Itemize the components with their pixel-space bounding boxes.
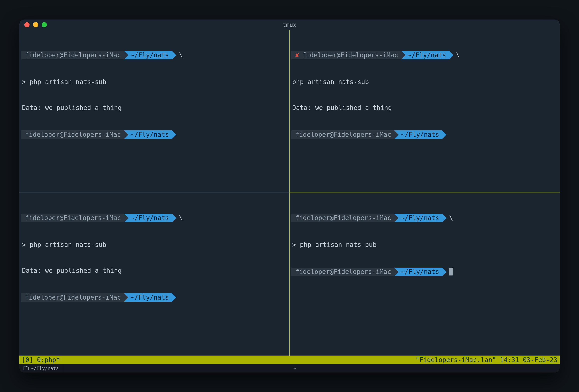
prompt: ✘ fideloper@Fidelopers-iMac ~/Fly/nats \	[291, 51, 558, 60]
titlebar[interactable]: tmux	[19, 19, 560, 30]
pane-top-right[interactable]: ✘ fideloper@Fidelopers-iMac ~/Fly/nats \…	[290, 30, 560, 193]
maximize-button[interactable]	[42, 22, 47, 27]
terminal-tab[interactable]: ~/Fly/nats	[19, 364, 63, 373]
prompt-path: ~/Fly/nats	[394, 131, 442, 139]
output-line: Data: we published a thing	[21, 266, 288, 275]
minimize-button[interactable]	[33, 22, 38, 27]
prompt-user-host: fideloper@Fidelopers-iMac	[291, 267, 394, 276]
window-title: tmux	[19, 21, 560, 28]
prompt: fideloper@Fidelopers-iMac ~/Fly/nats \	[21, 214, 288, 222]
pane-bottom-right[interactable]: fideloper@Fidelopers-iMac ~/Fly/nats \ >…	[290, 193, 560, 356]
prompt: fideloper@Fidelopers-iMac ~/Fly/nats	[21, 293, 288, 302]
cursor	[449, 268, 453, 275]
prompt-user-host: fideloper@Fidelopers-iMac	[21, 214, 124, 222]
terminal-window: tmux fideloper@Fidelopers-iMac ~/Fly/nat…	[19, 19, 560, 373]
prompt-user-host: fideloper@Fidelopers-iMac	[21, 293, 124, 302]
prompt: fideloper@Fidelopers-iMac ~/Fly/nats	[291, 267, 558, 276]
prompt-user-host: fideloper@Fidelopers-iMac	[291, 214, 394, 222]
command-line: php artisan nats-sub	[291, 78, 558, 86]
terminal-tab-2[interactable]: ⌁	[290, 364, 296, 373]
output-line: Data: we published a thing	[291, 104, 558, 112]
prompt-path: ~/Fly/nats	[124, 51, 172, 60]
pane-top-left[interactable]: fideloper@Fidelopers-iMac ~/Fly/nats \ >…	[19, 30, 290, 193]
prompt: fideloper@Fidelopers-iMac ~/Fly/nats	[291, 131, 558, 139]
status-right: "Fidelopers-iMac.lan" 14:31 03-Feb-23	[416, 356, 557, 364]
continuation: \	[449, 214, 453, 222]
prompt-user-host: fideloper@Fidelopers-iMac	[21, 131, 124, 139]
folder-icon	[24, 367, 29, 370]
prompt-user-host: fideloper@Fidelopers-iMac	[21, 51, 124, 60]
terminal-tab-strip: ~/Fly/nats ⌁	[19, 364, 560, 373]
prompt-user-host: fideloper@Fidelopers-iMac	[300, 51, 401, 60]
tab-glyph-icon: ⌁	[293, 366, 296, 371]
prompt-path: ~/Fly/nats	[394, 267, 442, 276]
prompt: fideloper@Fidelopers-iMac ~/Fly/nats \	[21, 51, 288, 60]
continuation: \	[179, 51, 183, 60]
prompt-path: ~/Fly/nats	[394, 214, 442, 222]
pane-divider-horizontal-right[interactable]	[290, 193, 560, 193]
continuation: \	[456, 51, 460, 60]
prompt-path: ~/Fly/nats	[124, 214, 172, 222]
prompt: fideloper@Fidelopers-iMac ~/Fly/nats \	[291, 214, 558, 222]
prompt: fideloper@Fidelopers-iMac ~/Fly/nats	[21, 131, 288, 139]
tmux-status-bar[interactable]: [0] 0:php* "Fidelopers-iMac.lan" 14:31 0…	[19, 356, 560, 364]
prompt-user-host: fideloper@Fidelopers-iMac	[291, 131, 394, 139]
output-line: Data: we published a thing	[21, 104, 288, 112]
status-left: [0] 0:php*	[22, 356, 60, 364]
traffic-lights	[24, 22, 47, 27]
error-mark-icon: ✘	[291, 51, 300, 60]
pane-divider-horizontal-left[interactable]	[19, 193, 290, 193]
tab-label: ~/Fly/nats	[31, 366, 59, 371]
continuation: \	[179, 214, 183, 222]
command-line: > php artisan nats-sub	[21, 241, 288, 249]
prompt-path: ~/Fly/nats	[124, 293, 172, 302]
pane-bottom-left[interactable]: fideloper@Fidelopers-iMac ~/Fly/nats \ >…	[19, 193, 290, 356]
prompt-path: ~/Fly/nats	[124, 131, 172, 139]
close-button[interactable]	[24, 22, 30, 27]
prompt-path: ~/Fly/nats	[401, 51, 449, 60]
tmux-grid: fideloper@Fidelopers-iMac ~/Fly/nats \ >…	[19, 30, 560, 356]
command-line: > php artisan nats-sub	[21, 78, 288, 86]
command-line: > php artisan nats-pub	[291, 241, 558, 249]
